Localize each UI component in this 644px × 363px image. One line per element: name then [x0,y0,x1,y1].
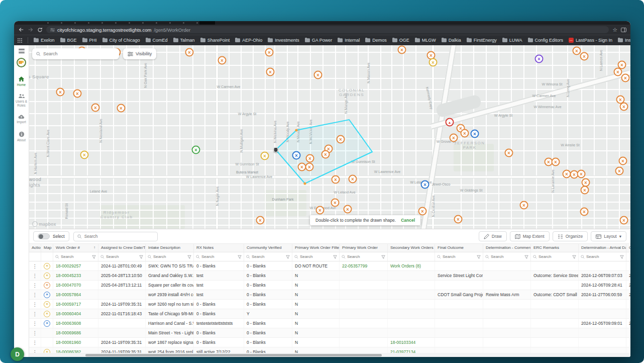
row-map-marker-orange[interactable]: × [44,282,50,289]
column-header-intake[interactable]: Intake Description [146,244,194,252]
work-order-marker-orange[interactable]: × [581,186,589,195]
tab-favicon-dot[interactable] [74,22,76,24]
work-order-marker-orange[interactable]: × [580,52,589,61]
cancel-draw-link[interactable]: Cancel [401,218,415,223]
filter-funnel-icon[interactable] [572,255,576,259]
column-header-wo[interactable]: Work Order #↑ [53,244,98,252]
work-order-marker-orange[interactable]: × [577,170,586,178]
filter-funnel-icon[interactable] [139,255,143,259]
work-order-marker-orange[interactable]: × [265,48,274,57]
bookmark-exelon[interactable]: Exelon [34,38,55,43]
row-actions-icon[interactable]: ⋮ [32,311,38,317]
tab-favicon-dot[interactable] [129,22,130,24]
sidebar-item-home[interactable]: Home [14,72,29,90]
work-order-marker-orange[interactable]: × [619,157,627,165]
filter-input-intake[interactable] [153,254,186,259]
work-order-marker-orange[interactable]: × [349,175,357,184]
work-order-marker-orange[interactable]: × [418,207,427,216]
tab-favicon-dot[interactable] [169,22,171,24]
work-order-link[interactable]: 18-00103344 [388,338,435,347]
row-map-marker-yellow[interactable]: × [44,301,50,308]
work-order-marker-red[interactable]: ▲ [446,118,454,127]
bookmark-demos[interactable]: Demos [365,38,387,43]
column-header-secondary[interactable]: Secondary Work Orders [388,244,435,252]
work-order-marker-blue[interactable]: × [471,130,479,138]
row-actions-icon[interactable]: ⋮ [32,263,38,269]
filter-input-erc[interactable] [539,254,571,259]
tab-favicon-dot[interactable] [47,22,49,24]
column-header-erc[interactable]: ERC Remarks [531,244,579,252]
bookmark-firstenergy[interactable]: FirstEnergy [467,38,497,43]
visibility-button[interactable]: Visibility [123,48,156,59]
work-order-marker-orange[interactable]: × [621,74,630,82]
bookmark-city-of-chicago[interactable]: City of Chicago [102,38,140,43]
bookmark-luwa[interactable]: LUWA [502,38,522,43]
row-actions-icon[interactable]: ⋮ [32,292,38,298]
filter-funnel-icon[interactable] [286,255,290,259]
map-canvas[interactable]: W Carmen AveW Carmen AveW Argyle StW Arg… [29,45,630,229]
column-header-arrival[interactable]: Determination - Arrival Date/Time [579,244,626,252]
filter-funnel-icon[interactable] [238,255,242,259]
work-order-marker-orange[interactable]: × [573,47,581,55]
bookmark-lastpass-sign-in[interactable]: ···LastPass - Sign In [569,38,612,43]
map-extent-button[interactable]: Map Extent [510,231,550,241]
work-order-marker-orange[interactable]: × [461,129,469,138]
row-actions-icon[interactable]: ⋮ [32,302,38,307]
work-order-marker-orange[interactable]: × [614,68,622,76]
row-actions-icon[interactable]: ⋮ [32,340,38,345]
layout-button[interactable]: Layout▾ [591,231,626,241]
bookmark-config-editors[interactable]: Config Editors [528,38,564,43]
table-search-box[interactable] [73,232,158,241]
row-actions-icon[interactable]: ⋮ [32,330,38,336]
row-map-marker-blue[interactable]: × [44,292,50,298]
work-order-marker-orange[interactable]: × [398,46,406,54]
work-order-marker-orange[interactable]: × [256,216,265,225]
filter-funnel-icon[interactable] [620,255,624,259]
bookmark-bge[interactable]: BGE [60,38,77,43]
work-order-marker-orange[interactable]: × [620,103,628,111]
work-order-marker-orange[interactable]: × [266,68,275,76]
column-header-primary[interactable]: Primary Work Order [340,244,388,252]
forward-icon[interactable] [28,27,34,33]
work-order-link[interactable]: Work Orders (8) [388,261,435,270]
column-header-map[interactable]: Map [41,244,53,252]
work-order-row[interactable]: ⋮×18-000452332025-04-28T13:10:50Grand an… [29,271,630,281]
address-bar[interactable]: cityofchicago.staging.terragostreetlight… [46,26,609,33]
work-order-marker-orange[interactable]: × [73,89,82,98]
bookmark-talman[interactable]: Talman [173,38,195,43]
menu-icon[interactable] [19,49,25,53]
apps-grid-icon[interactable] [18,38,22,43]
tab-favicon-dot[interactable] [156,22,157,24]
bookmark-star-icon[interactable]: ☆ [612,27,617,33]
filter-funnel-icon[interactable] [381,255,385,259]
map-search-input[interactable] [43,51,115,56]
filter-input-arrival[interactable] [586,254,618,259]
work-order-link[interactable]: 18-00063608 [53,319,98,328]
scrollbar-thumb[interactable] [85,354,382,356]
bookmark-ga-power[interactable]: GA Power [305,38,333,43]
work-order-marker-yellow[interactable]: × [80,151,89,159]
work-order-link[interactable]: 18-00081960 [53,338,98,347]
select-toggle-switch[interactable] [38,233,50,239]
work-order-marker-orange[interactable]: × [332,175,340,184]
work-order-marker-orange[interactable]: × [344,205,352,214]
filter-funnel-icon[interactable] [92,255,96,259]
site-controls-icon[interactable] [50,28,55,32]
work-order-link[interactable]: 22-05357799 [340,261,388,270]
work-order-marker-orange[interactable]: × [331,199,340,207]
active-tab[interactable] [199,21,215,25]
organize-button[interactable]: Organize [553,231,588,241]
work-order-marker-orange[interactable]: × [450,134,458,142]
filter-input-pfilter[interactable] [300,254,332,259]
work-order-marker-orange[interactable]: × [185,48,194,57]
column-header-community[interactable]: Community Verified [244,244,292,252]
bookmark-mlgw[interactable]: MLGW [415,38,436,43]
sort-asc-icon[interactable]: ↑ [93,245,95,252]
filter-input-final[interactable] [443,254,475,259]
table-search-input[interactable] [84,234,154,239]
column-header-detcom[interactable]: Determination - Comments [483,244,531,252]
bookmark-aep-ohio[interactable]: AEP-Ohio [235,38,262,43]
sidebar-item-import[interactable]: Import [14,111,29,127]
work-order-marker-blue[interactable]: × [292,151,301,160]
bookmark-investments[interactable]: Investments [268,38,299,43]
